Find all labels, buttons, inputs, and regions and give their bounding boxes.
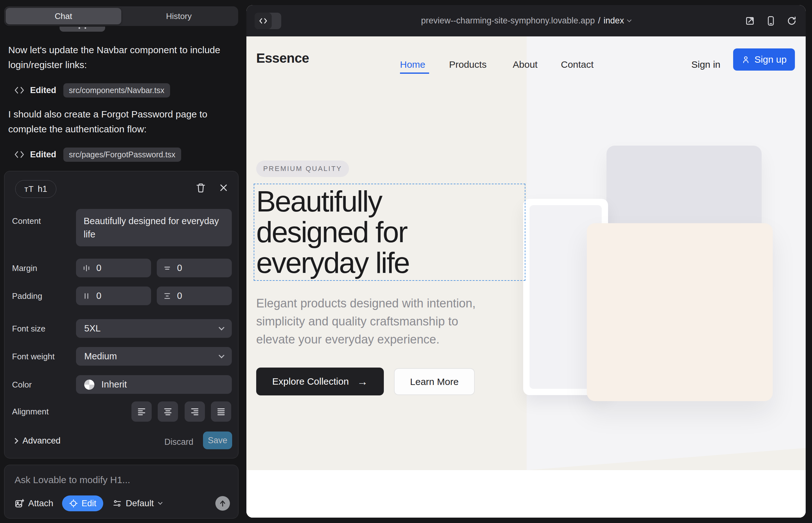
align-center-icon (163, 407, 173, 416)
text-element-icon: тT (24, 184, 34, 194)
edited-label: Edited (30, 150, 56, 160)
font-weight-select[interactable]: Medium (76, 347, 232, 366)
margin-label: Margin (12, 264, 37, 273)
nav-active-underline (400, 72, 429, 74)
align-right-button[interactable] (184, 401, 205, 422)
scrolled-chip-partial (59, 26, 105, 32)
sign-in-link[interactable]: Sign in (691, 59, 721, 70)
edit-mode-button[interactable]: Edit (62, 495, 103, 511)
padding-x-input[interactable]: 0 (76, 287, 151, 305)
sign-up-button[interactable]: Sign up (733, 49, 795, 71)
url-separator: / (598, 16, 600, 26)
align-left-icon (137, 407, 146, 416)
prompt-placeholder[interactable]: Ask Lovable to modify H1... (15, 474, 130, 485)
mobile-view-icon[interactable] (766, 16, 775, 26)
font-size-label: Font size (12, 324, 46, 334)
edited-file-row[interactable]: Edited src/components/Navbar.tsx (14, 83, 170, 97)
margin-vertical-icon (163, 264, 171, 272)
image-plus-icon (15, 499, 24, 508)
alignment-label: Alignment (12, 407, 49, 417)
advanced-toggle[interactable]: Advanced (12, 436, 60, 446)
save-button[interactable]: Save (203, 432, 232, 449)
site-logo[interactable]: Essence (256, 51, 309, 66)
padding-label: Padding (12, 291, 42, 301)
crosshair-icon (69, 499, 78, 508)
align-right-icon (190, 407, 199, 416)
tab-chat[interactable]: Chat (6, 8, 121, 24)
send-button[interactable] (215, 496, 230, 511)
file-chip[interactable]: src/pages/ForgotPassword.tsx (63, 147, 181, 162)
content-input[interactable]: Beautifully designed for everyday life (76, 209, 232, 246)
prompt-toolbar: Attach Edit Default (15, 495, 230, 511)
section-below-hero (246, 470, 806, 518)
hero-heading[interactable]: Beautifully designed for everyday life (256, 186, 409, 278)
margin-x-input[interactable]: 0 (76, 259, 151, 277)
explore-collection-button[interactable]: Explore Collection → (256, 367, 384, 395)
chevron-right-icon (12, 438, 18, 444)
chevron-down-icon (218, 353, 224, 358)
chat-message: Now let's update the Navbar component to… (8, 42, 234, 72)
url-page: index (604, 16, 624, 26)
font-size-select[interactable]: 5XL (76, 319, 232, 338)
close-editor-button[interactable] (217, 181, 230, 194)
code-icon (14, 86, 24, 94)
premium-quality-badge: PREMIUM QUALITY (256, 161, 349, 177)
color-label: Color (12, 380, 32, 390)
content-label: Content (12, 216, 41, 226)
chat-history-tabs: Chat History (4, 6, 238, 26)
margin-y-input[interactable]: 0 (157, 259, 232, 277)
padding-horizontal-icon (82, 292, 91, 300)
color-select[interactable]: Inherit (76, 375, 232, 394)
user-icon (741, 55, 750, 64)
learn-more-button[interactable]: Learn More (394, 368, 475, 395)
trash-icon (196, 183, 206, 193)
sliders-icon (113, 499, 122, 508)
nav-about[interactable]: About (513, 59, 537, 70)
hero-paragraph: Elegant products designed with intention… (256, 294, 492, 348)
delete-element-button[interactable] (194, 181, 207, 194)
padding-y-input[interactable]: 0 (157, 287, 232, 305)
arrow-right-icon: → (357, 376, 368, 387)
url-domain: preview--charming-site-symphony.lovable.… (421, 16, 595, 26)
align-justify-button[interactable] (211, 401, 231, 422)
arrow-up-icon (218, 499, 227, 507)
preview-topbar: preview--charming-site-symphony.lovable.… (246, 5, 806, 36)
code-icon (14, 150, 24, 159)
nav-home[interactable]: Home (400, 59, 425, 70)
element-editor-panel: тT h1 Content Beautifully designed for e… (4, 171, 239, 458)
attach-button[interactable]: Attach (15, 498, 53, 508)
edited-label: Edited (30, 86, 56, 95)
chevron-down-icon (627, 17, 632, 22)
refresh-icon[interactable] (787, 16, 797, 26)
nav-products[interactable]: Products (449, 59, 487, 70)
default-mode-dropdown[interactable]: Default (113, 498, 162, 508)
discard-button[interactable]: Discard (164, 437, 194, 447)
open-external-icon[interactable] (745, 16, 755, 26)
preview-pane: preview--charming-site-symphony.lovable.… (246, 5, 806, 518)
preview-toolbar-icons (745, 5, 797, 36)
chat-message: I should also create a Forgot Password p… (8, 107, 234, 137)
decor-card-beige (587, 223, 773, 401)
prompt-input-panel[interactable]: Ask Lovable to modify H1... Attach Edit … (4, 465, 239, 519)
edited-file-row[interactable]: Edited src/pages/ForgotPassword.tsx (14, 147, 181, 162)
padding-vertical-icon (163, 292, 171, 300)
font-weight-label: Font weight (12, 352, 54, 362)
site-canvas: Essence Home Products About Contact Sign… (246, 36, 806, 518)
align-center-button[interactable] (158, 401, 178, 422)
preview-url[interactable]: preview--charming-site-symphony.lovable.… (246, 5, 806, 36)
close-icon (219, 183, 228, 193)
chevron-down-icon (218, 325, 224, 330)
chevron-down-icon (158, 500, 162, 505)
align-justify-icon (216, 407, 226, 416)
file-chip[interactable]: src/components/Navbar.tsx (63, 83, 170, 97)
transparent-color-swatch (84, 380, 94, 390)
app-window: Chat History Now let's update the Navbar… (0, 0, 812, 523)
margin-horizontal-icon (82, 264, 91, 272)
nav-contact[interactable]: Contact (561, 59, 594, 70)
tab-history[interactable]: History (121, 8, 237, 24)
element-tag: h1 (38, 184, 47, 194)
element-tag-badge: тT h1 (15, 180, 56, 198)
align-left-button[interactable] (131, 401, 152, 422)
